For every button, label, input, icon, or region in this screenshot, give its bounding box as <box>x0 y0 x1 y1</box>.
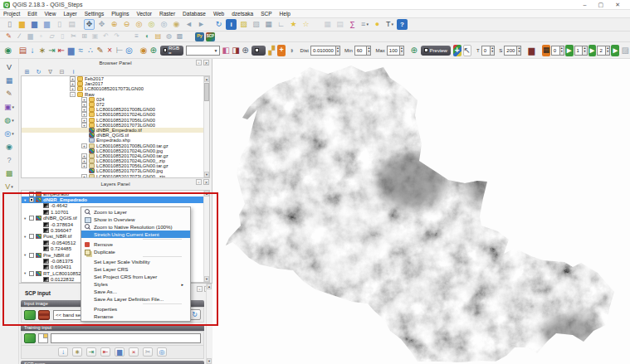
undo-icon[interactable]: ↶ <box>101 32 110 41</box>
layer-checkbox[interactable] <box>29 197 34 202</box>
s-field[interactable]: 200 <box>504 46 517 56</box>
scroll-up-icon[interactable]: ▲ <box>204 191 209 197</box>
scp-band-processing-icon[interactable]: ⇥ <box>48 45 56 56</box>
preview-badge[interactable]: Preview <box>421 46 451 56</box>
context-menu-item[interactable]: Zoom to Layer <box>81 208 190 216</box>
zoom-to-preview-icon[interactable]: ◉ <box>139 45 148 56</box>
filter-browser-icon[interactable]: ∇ <box>46 68 54 75</box>
pan-to-selection-icon[interactable]: ✥ <box>96 19 107 30</box>
expander-icon[interactable]: + <box>70 86 76 91</box>
layer-checkbox[interactable] <box>29 253 34 258</box>
globe-tool-icon[interactable]: ◎ <box>4 129 15 139</box>
context-menu-item[interactable]: Zoom to Native Resolution (100%) <box>81 223 190 231</box>
labeling-icon[interactable]: ≡ <box>132 32 141 41</box>
quick-band-1-spinner[interactable]: ▲▼ <box>583 46 587 56</box>
remove-preview-icon[interactable]: ▆ <box>527 45 535 56</box>
preview-zoom-plus-icon[interactable]: ⊕ <box>149 45 158 56</box>
min-spinner[interactable]: ▲▼ <box>367 46 371 56</box>
s-spinner[interactable]: ▲▼ <box>517 46 521 56</box>
add-preview-icon[interactable]: + <box>277 45 286 56</box>
raster-tools-icon[interactable]: ▦ <box>4 75 15 86</box>
plugin-a-icon[interactable]: ◍ <box>164 32 173 41</box>
open-training-input-icon[interactable] <box>24 333 36 343</box>
context-menu-item[interactable]: Save As... <box>81 288 190 295</box>
create-preview-icon[interactable]: + <box>453 45 462 56</box>
add-feature-icon[interactable]: ◦ <box>37 32 46 41</box>
zoom-full-icon[interactable]: ◎ <box>134 19 144 30</box>
context-menu-item[interactable]: Rename <box>81 313 190 320</box>
close-panel-icon[interactable]: ✕ <box>203 60 209 66</box>
toggle-editing-icon[interactable]: ∕ <box>15 32 24 41</box>
quick-band-2-spinner[interactable]: ▲▼ <box>606 46 610 56</box>
layer-row[interactable]: Empedrado <box>22 191 209 197</box>
layers-panel-header[interactable]: Layers Panel ▫ ✕ <box>19 178 212 190</box>
menu-item[interactable]: Raster <box>159 11 175 17</box>
context-menu-item[interactable]: Set Layer Scale Visibility <box>81 258 190 265</box>
open-attribute-table-icon[interactable]: ▦ <box>263 19 274 30</box>
training-input-field[interactable] <box>51 333 201 343</box>
menu-item[interactable]: View <box>44 11 56 17</box>
expander-icon[interactable]: + <box>81 112 87 117</box>
scp-preprocessing-icon[interactable]: ∗ <box>38 45 46 56</box>
scp-postprocessing-icon[interactable]: ⇤ <box>57 45 66 56</box>
bandset-stack-icon[interactable] <box>38 310 50 320</box>
delete-selected-icon[interactable]: ▯ <box>58 32 67 41</box>
show-bookmarks-icon[interactable]: ☆ <box>300 19 311 30</box>
collapse-all-icon[interactable]: ⊟ <box>58 68 66 75</box>
select-features-icon[interactable]: ▨ <box>238 19 249 30</box>
zoom-out-icon[interactable]: ⊖ <box>121 19 132 30</box>
float-panel-icon[interactable]: ▫ <box>196 179 202 185</box>
redo-icon[interactable]: ↷ <box>112 32 121 41</box>
scp-menu-icon[interactable]: SCP <box>206 32 215 41</box>
scroll-up-icon[interactable]: ▲ <box>207 284 212 289</box>
measure-line-icon[interactable]: ∟ <box>276 19 286 30</box>
menu-item[interactable]: Settings <box>85 11 105 17</box>
dzetsaka-dock-icon[interactable]: ▣ <box>4 102 15 113</box>
map-tips-icon[interactable]: ● <box>372 19 383 30</box>
scp-zoom-bandset-icon[interactable]: ◉ <box>4 45 12 56</box>
scp-scrollbar[interactable]: ▲ ▼ <box>206 284 212 364</box>
apply-bandset-icon[interactable]: ► <box>611 45 619 56</box>
menu-item[interactable]: Help <box>280 11 291 17</box>
context-menu-item[interactable]: Set Project CRS from Layer <box>81 273 190 280</box>
t-field[interactable]: 0 <box>481 46 491 56</box>
preprocessing-icon[interactable]: ∗ <box>72 347 82 357</box>
layout-grid-icon[interactable]: ▤ <box>335 19 345 30</box>
close-panel-icon[interactable]: ✕ <box>203 179 209 185</box>
quick-band-1-field[interactable]: 1 <box>574 46 584 56</box>
zoom-last-icon[interactable]: ◄ <box>183 19 194 30</box>
save-project-as-icon[interactable]: ▆ <box>42 19 52 30</box>
nd-zoom-icon[interactable]: ⊕ <box>242 45 250 56</box>
scp-delete-icon[interactable]: × <box>105 45 114 56</box>
pan-map-icon[interactable]: ✥ <box>84 19 95 30</box>
menu-item[interactable]: dzetsaka <box>232 11 253 17</box>
help-contents-icon[interactable]: ? <box>397 19 408 30</box>
menu-item[interactable]: Database <box>183 11 206 17</box>
new-bookmark-icon[interactable]: ★ <box>288 19 299 30</box>
layers-scrollbar[interactable]: ▲ ▼ <box>203 191 209 282</box>
t-spinner[interactable]: ▲▼ <box>491 46 495 56</box>
max-spinner[interactable]: ▲▼ <box>400 46 404 56</box>
rgb-combo[interactable]: ▼ <box>186 46 221 56</box>
refresh-preview-icon[interactable]: ◑ <box>287 45 295 56</box>
bandset-apply-secondary-icon[interactable]: ▨ <box>621 45 629 56</box>
menu-item[interactable]: SCP <box>261 11 271 17</box>
context-menu-item[interactable]: Show in Overview <box>81 216 190 223</box>
composer-manager-icon[interactable]: ▤ <box>66 19 77 30</box>
expander-icon[interactable]: + <box>81 107 87 112</box>
expander-icon[interactable]: + <box>81 143 87 148</box>
scp-scatter-plot-icon[interactable]: ∴ <box>86 45 95 56</box>
scp-spectral-plot-icon[interactable]: ≈ <box>76 45 85 56</box>
quick-band-2-icon[interactable]: ► <box>588 45 597 56</box>
preview-magnifier-icon[interactable]: ⊕ <box>410 45 418 56</box>
add-selected-layers-icon[interactable]: ⊞ <box>23 68 31 75</box>
new-training-input-icon[interactable] <box>38 333 48 343</box>
scroll-thumb[interactable] <box>204 83 209 101</box>
roi-pointer-icon[interactable]: ↖ <box>463 45 471 56</box>
menu-item[interactable]: Plugins <box>111 11 129 17</box>
deselect-features-icon[interactable]: ▧ <box>251 19 261 30</box>
layer-checkbox[interactable] <box>29 234 34 239</box>
layer-row[interactable]: ▾ dNBR_Empedrado <box>22 197 209 202</box>
scp-bandset-icon[interactable]: ▤ <box>19 45 27 56</box>
menu-item[interactable]: Vector <box>137 11 152 17</box>
